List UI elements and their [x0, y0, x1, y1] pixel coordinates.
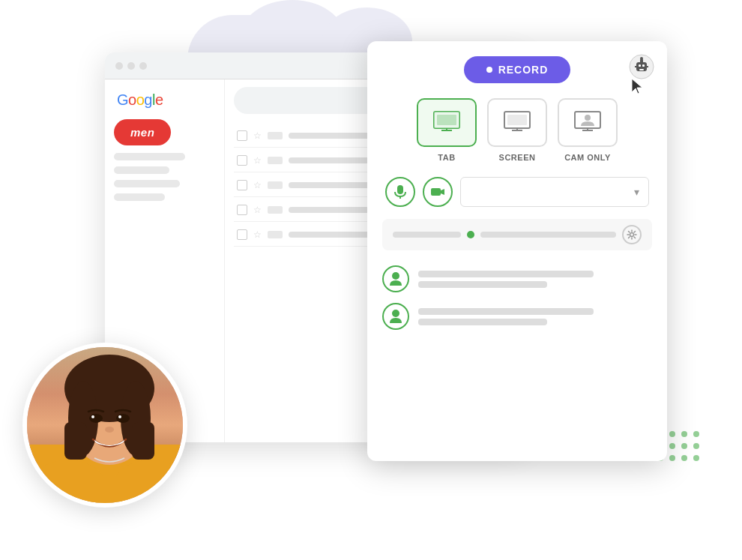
svg-point-37: [116, 414, 130, 423]
svg-rect-24: [431, 188, 441, 196]
mode-button-cam-only[interactable]: CAM ONLY: [558, 98, 618, 162]
svg-rect-4: [639, 69, 644, 70]
email-star-icon[interactable]: ☆: [253, 155, 262, 166]
browser-dot-1: [115, 62, 123, 70]
recording-mode-selector: TAB SCREEN: [382, 98, 652, 162]
user-avatar-1: [382, 265, 409, 292]
compose-area: men: [114, 119, 215, 145]
svg-point-26: [392, 272, 399, 280]
quality-bar-left: [393, 232, 461, 238]
av-controls-row: ▾: [382, 177, 652, 207]
browser-dot-3: [139, 62, 147, 70]
svg-point-27: [392, 310, 399, 317]
mode-icon-screen: [487, 98, 547, 147]
user-info-2: [418, 308, 652, 325]
quality-indicator-dot: [467, 231, 474, 238]
list-item: [382, 303, 652, 330]
mode-label-screen: SCREEN: [499, 153, 536, 162]
email-category-label: [268, 231, 283, 238]
cursor-icon: [630, 77, 645, 99]
email-checkbox[interactable]: [237, 180, 247, 190]
svg-rect-35: [132, 422, 154, 460]
svg-rect-17: [507, 115, 527, 125]
svg-point-25: [630, 233, 634, 237]
svg-rect-34: [64, 422, 87, 460]
google-logo: Google: [117, 91, 215, 109]
sidebar-nav-list: [114, 153, 215, 201]
email-category-label: [268, 132, 283, 139]
mode-icon-cam-only: [558, 98, 618, 147]
mode-label-tab: TAB: [438, 153, 455, 162]
svg-point-40: [105, 427, 114, 433]
sidebar-nav-item-1[interactable]: [114, 153, 185, 160]
google-letter-o1: o: [128, 91, 136, 108]
mode-button-screen[interactable]: SCREEN: [487, 98, 547, 162]
participant-list: [382, 262, 652, 330]
person-photo: [22, 343, 187, 508]
svg-point-21: [585, 115, 591, 121]
record-button[interactable]: RECORD: [464, 56, 571, 83]
user-avatar-2: [382, 303, 409, 330]
sidebar-nav-item-3[interactable]: [114, 180, 180, 187]
record-button-label: RECORD: [498, 64, 549, 76]
robot-icon: [628, 53, 655, 80]
email-category-label: [268, 157, 283, 164]
compose-button[interactable]: men: [114, 119, 171, 145]
settings-icon[interactable]: [622, 225, 642, 244]
sidebar-nav-item-2[interactable]: [114, 166, 169, 174]
google-letter-g: G: [117, 91, 128, 108]
google-letter-o2: o: [136, 91, 145, 108]
browser-dot-2: [127, 62, 135, 70]
svg-rect-3: [642, 64, 645, 67]
email-star-icon[interactable]: ☆: [253, 180, 262, 190]
user-info-1: [418, 271, 652, 288]
email-checkbox[interactable]: [237, 229, 247, 240]
quality-bar-right: [480, 232, 616, 238]
extension-popup: RECORD TAB: [367, 41, 667, 461]
email-checkbox[interactable]: [237, 130, 247, 141]
scene: Google men: [0, 0, 742, 560]
person-photo-inner: [27, 347, 183, 503]
svg-point-38: [91, 415, 94, 418]
mode-icon-tab: [417, 98, 477, 147]
svg-rect-2: [639, 64, 641, 67]
svg-point-36: [89, 414, 103, 423]
mode-label-cam-only: CAM ONLY: [564, 153, 611, 162]
google-letter-g2: g: [144, 91, 152, 108]
email-checkbox[interactable]: [237, 205, 247, 215]
google-letter-e: e: [155, 91, 163, 108]
microphone-button[interactable]: [385, 177, 415, 207]
list-item: [382, 265, 652, 292]
mode-button-tab[interactable]: TAB: [417, 98, 477, 162]
email-category-label: [268, 206, 283, 214]
email-star-icon[interactable]: ☆: [253, 229, 262, 240]
sidebar-nav-item-4[interactable]: [114, 193, 165, 201]
camera-selector-dropdown[interactable]: ▾: [460, 177, 649, 207]
email-checkbox[interactable]: [237, 155, 247, 166]
recording-quality-bar: [382, 219, 652, 250]
svg-point-39: [118, 415, 121, 418]
chevron-down-icon: ▾: [634, 186, 639, 198]
svg-rect-13: [437, 115, 456, 125]
email-star-icon[interactable]: ☆: [253, 205, 262, 215]
record-indicator: [486, 67, 492, 73]
camera-button[interactable]: [423, 177, 453, 207]
email-category-label: [268, 181, 283, 189]
svg-rect-22: [397, 185, 403, 194]
email-star-icon[interactable]: ☆: [253, 130, 262, 141]
svg-point-6: [640, 57, 643, 60]
